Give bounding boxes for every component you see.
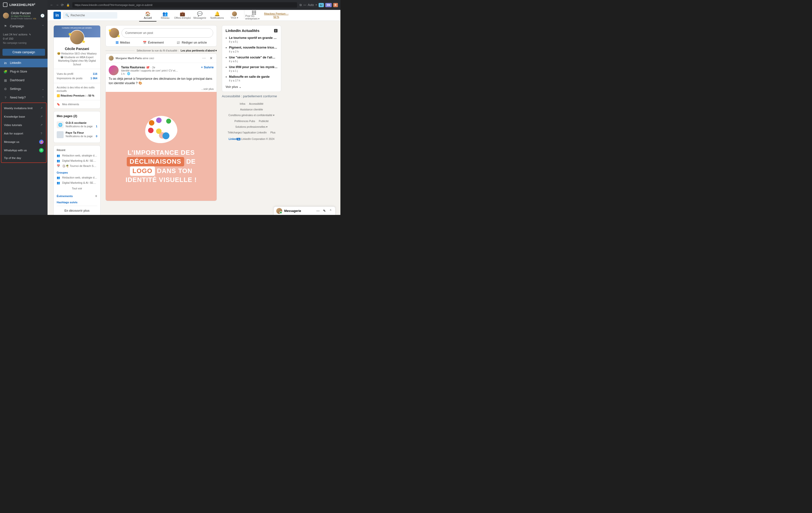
footer-assist[interactable]: Assistance clientèle (240, 108, 263, 111)
reload-button[interactable]: ⟳ (61, 3, 64, 7)
create-campaign-button[interactable]: Create campaign (2, 49, 45, 56)
liker-avatar[interactable] (109, 56, 114, 61)
footer-solutions[interactable]: Solutions professionnelles ▾ (235, 125, 268, 128)
forward-button[interactable]: → (55, 3, 59, 7)
accessibility-notice[interactable]: Accessibilité : partiellement conforme (222, 94, 281, 98)
compose-article[interactable]: 📰Rédiger un article (176, 41, 207, 44)
footer-download[interactable]: Téléchargez l'application LinkedIn (228, 131, 267, 134)
add-icon[interactable]: + (315, 3, 317, 7)
help-knowledge-base[interactable]: Knowledge base↗ (1, 112, 46, 121)
news-item[interactable]: Une "sécurité sociale" de l'aliment...il… (226, 54, 278, 64)
news-item[interactable]: Le tourisme sportif en grande formeil y … (226, 35, 278, 44)
events-section[interactable]: Événements+ (57, 194, 97, 198)
minimize-icon[interactable]: — (303, 3, 306, 7)
profile-premium[interactable]: Accédez à des infos et des outils exclus… (54, 83, 100, 100)
group-item[interactable]: 👥Digital Marketing & AI: SEO, ... (57, 180, 97, 186)
post-author-title: Identité visuelle I supports de com' pri… (121, 69, 178, 72)
article-icon: 📰 (176, 41, 180, 44)
campaign-section[interactable]: ⚑ Campaign ⌃ (0, 22, 48, 30)
footer-plus[interactable]: Plus (270, 131, 275, 134)
plus-icon[interactable]: + (95, 194, 97, 198)
chip-r[interactable]: R (333, 3, 338, 7)
lh-logo[interactable]: LINKEDHELPER2 (0, 0, 48, 9)
nav-jobs[interactable]: 💼Offres d'emploi (174, 10, 191, 21)
help-weekly-limit[interactable]: Weekly invitations limit↗ (1, 104, 46, 112)
auto-label[interactable]: Auto (308, 3, 314, 7)
search-input[interactable]: 🔍 Recherche (63, 12, 117, 19)
help-message-us[interactable]: Message us⚡ (1, 138, 46, 146)
nav-you[interactable]: Vous ▾ (226, 10, 243, 21)
messaging-compose[interactable]: ✎ (322, 209, 326, 213)
url-bar[interactable]: https://www.linkedin.com/feed/?trk=homep… (72, 2, 297, 8)
profile-stats[interactable]: Vues du profil116 Impressions de posts1 … (54, 69, 100, 83)
help-submenu-box: Weekly invitations limit↗ Knowledge base… (1, 103, 47, 163)
news-item[interactable]: Une IRM pour percer les mystères ...il y… (226, 64, 278, 74)
chip-sn[interactable]: SN (325, 3, 332, 7)
footer-prefs[interactable]: Préférences Pubs (234, 120, 255, 122)
nav-dashboard[interactable]: ▦ Dashboard (0, 76, 48, 85)
pencil-icon[interactable]: ✎ (29, 33, 31, 36)
chip-li[interactable]: Li (319, 3, 324, 7)
compose-media[interactable]: 🖼Médias (116, 41, 130, 44)
messaging-label: Messagerie (284, 209, 314, 213)
footer-access[interactable]: Accessibilité (249, 102, 263, 105)
footer-infos[interactable]: Infos (240, 102, 245, 105)
nav-premium[interactable]: Réactivez Premium : - 50 % (263, 10, 290, 21)
page-row[interactable]: 🌐 O.D.S occitanieNotifications de la pag… (57, 120, 97, 130)
nav-settings[interactable]: ⚙ Settings ⌄ (0, 85, 48, 93)
post-author[interactable]: Tania Rautureau 🐙 (121, 66, 150, 69)
news-item[interactable]: Malbouffe en salle de gardeil y a 17 h (226, 74, 278, 83)
back-button[interactable]: ← (50, 3, 54, 7)
home-icon: 🏠 (145, 11, 150, 17)
recent-item[interactable]: 👥Digital Marketing & AI: SEO, ... (57, 158, 97, 163)
hashtags-section[interactable]: Hashtags suivis (57, 201, 97, 204)
news-item[interactable]: Pigment, nouvelle licorne tricoloreil y … (226, 44, 278, 54)
nav-business[interactable]: Pour les entreprises ▾ (245, 10, 263, 21)
help-ask-support[interactable]: Ask for support? (1, 129, 46, 138)
copy-icon[interactable]: ⧉ (299, 3, 302, 7)
compose-avatar[interactable]: ⭐⭐ (109, 28, 119, 38)
footer-cgu[interactable]: Conditions générales et confidentialité … (229, 114, 274, 117)
linkedin-logo[interactable]: in (54, 12, 61, 19)
nav-plugin-store[interactable]: 🧩 Plug-in Store (0, 67, 48, 76)
lh-profile-name: Cécile Panzani (11, 11, 38, 15)
post-menu-button[interactable]: ⋯ (201, 56, 207, 60)
recent-item[interactable]: 📅🏐🌴 Tournoi de Beach So... (57, 163, 97, 169)
nav-notifications[interactable]: 🔔Notifications (208, 10, 226, 21)
post-author-avatar[interactable] (109, 65, 119, 75)
nav-network[interactable]: 👥Réseau (156, 10, 174, 21)
linkedin-body: Contactez 100 personnes par semaine. ⭐⭐ … (48, 21, 340, 215)
messaging-bar[interactable]: Messagerie ⋯ ✎ ⌃ (273, 206, 336, 215)
post-close-button[interactable]: ✕ (209, 56, 214, 60)
recent-item[interactable]: 👥Rédaction web, stratégie de... (57, 153, 97, 158)
help-whatsapp[interactable]: WhatsApp with us✆ (1, 146, 46, 154)
post-image[interactable]: L'IMPORTANCE DES DÉCLINAISONS DE LOGO DA… (106, 92, 216, 201)
messaging-expand[interactable]: ⌃ (328, 209, 333, 213)
nav-home[interactable]: 🏠Accueil (139, 10, 156, 21)
footer-links: Infos Accessibilité Assistance clientèle… (222, 101, 281, 136)
news-see-more[interactable]: Voir plus ⌄ (226, 85, 278, 89)
group-item[interactable]: 👥Rédaction web, stratégie de... (57, 175, 97, 180)
info-icon[interactable]: i (274, 29, 278, 32)
nav-need-help[interactable]: ? Need help? ⌃ (0, 93, 48, 102)
profile-my-items[interactable]: 🔖Mes éléments (54, 100, 100, 109)
discover-more[interactable]: En découvrir plus (57, 206, 97, 213)
campaign-label: Campaign (10, 25, 24, 28)
help-video-tutorials[interactable]: Video tutorials↗ (1, 121, 46, 129)
messaging-menu[interactable]: ⋯ (316, 209, 320, 213)
help-tip-of-day[interactable]: Tip of the day (1, 154, 46, 162)
profile-avatar[interactable]: ⭐⭐ (69, 30, 84, 45)
follow-button[interactable]: +Suivre (201, 65, 214, 69)
post-see-more[interactable]: ...voir plus (106, 87, 216, 92)
page-row[interactable]: Paye Ta FleurNotifications de la page0 (57, 130, 97, 140)
profile-name[interactable]: Cécile Panzani (54, 45, 100, 52)
see-all[interactable]: Tout voir (57, 186, 97, 191)
nav-linkedin[interactable]: in LinkedIn (0, 59, 48, 67)
groups-section[interactable]: Groupes (57, 171, 97, 174)
lh-profile[interactable]: Cécile Panzani 14 days Pro license Email… (0, 9, 48, 22)
compose-input[interactable]: Commencer un post (121, 28, 213, 38)
compose-event[interactable]: 📅Événement (143, 41, 164, 44)
feed-filter[interactable]: Sélectionner la vue du fil d'actualité :… (106, 49, 217, 52)
nav-messaging[interactable]: 💬Messagerie (191, 10, 208, 21)
footer-pub[interactable]: Publicité (259, 120, 269, 122)
